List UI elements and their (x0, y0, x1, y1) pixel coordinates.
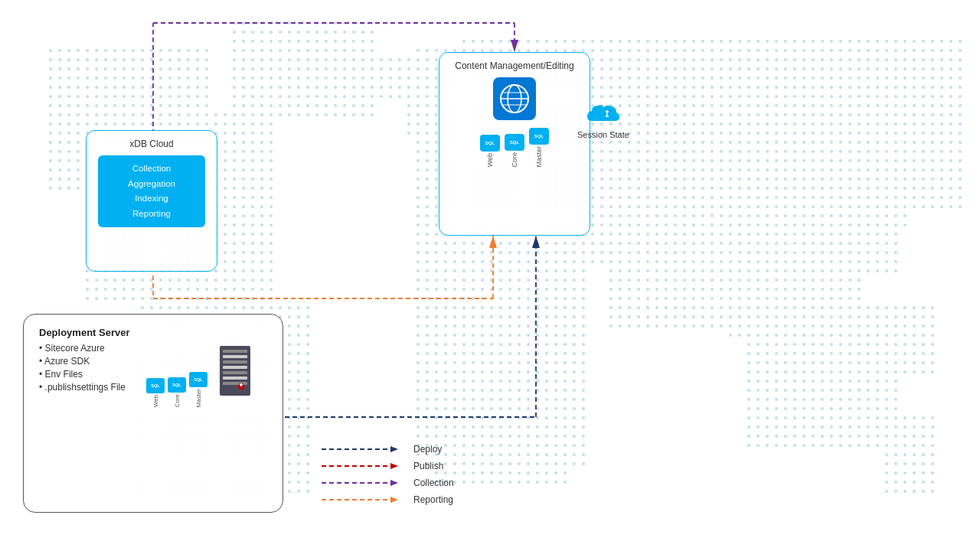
svg-marker-27 (390, 446, 398, 452)
server-tower-icon (212, 342, 258, 411)
legend-deploy-label: Deploy (413, 444, 442, 455)
globe-icon (493, 77, 536, 120)
legend-collection-label: Collection (413, 478, 454, 488)
svg-rect-16 (220, 346, 250, 396)
content-management-box: Content Management/Editing Web Core (439, 52, 590, 236)
legend-deploy-line (322, 444, 406, 455)
dep-db-web-label: Web (152, 395, 159, 407)
db-master-cylinder (529, 128, 549, 145)
svg-rect-21 (223, 371, 247, 374)
svg-rect-19 (223, 360, 247, 364)
svg-rect-22 (223, 377, 247, 380)
db-web: Web (480, 135, 500, 167)
legend-reporting: Reporting (322, 494, 454, 505)
legend-publish: Publish (322, 461, 454, 471)
service-indexing: Indexing (110, 191, 193, 207)
legend-publish-label: Publish (413, 461, 443, 471)
svg-rect-20 (223, 366, 247, 369)
db-master: Master (529, 128, 549, 168)
dep-db-web: SQL Web (146, 378, 165, 407)
deployment-server-title: Deployment Server (39, 327, 270, 338)
db-core-label: Core (511, 152, 519, 168)
xdb-services-box: Collection Aggregation Indexing Reportin… (98, 155, 205, 227)
xdb-cloud-title: xDB Cloud (129, 139, 173, 149)
svg-marker-33 (390, 497, 398, 503)
svg-rect-23 (223, 382, 247, 385)
xdb-cloud-box: xDB Cloud Collection Aggregation Indexin… (86, 130, 217, 272)
db-web-label: Web (486, 153, 495, 167)
database-icons-row: Web Core Master (480, 128, 549, 168)
dep-db-core-label: Core (174, 394, 181, 407)
db-core-cylinder (505, 134, 524, 151)
legend-deploy: Deploy (322, 444, 454, 455)
cloud-icon (584, 99, 622, 129)
dep-db-core-cyl: SQL (168, 377, 186, 393)
server-icon-group (212, 342, 258, 414)
legend-box: Deploy Publish Collection Reporting (322, 444, 454, 505)
deployment-server-box: Deployment Server Sitecore Azure Azure S… (23, 314, 283, 513)
dep-db-master-label: Master (195, 389, 202, 407)
dep-db-web-cyl: SQL (146, 378, 165, 393)
svg-marker-29 (390, 463, 398, 469)
service-collection: Collection (110, 161, 193, 177)
svg-rect-17 (223, 350, 247, 353)
legend-collection: Collection (322, 478, 454, 488)
service-aggregation: Aggregation (110, 177, 193, 192)
legend-collection-line (322, 478, 406, 488)
diagram-container: xDB Cloud Collection Aggregation Indexin… (0, 0, 980, 551)
dep-db-master-cyl: SQL (189, 372, 207, 387)
svg-marker-31 (390, 480, 398, 486)
db-core: Core (505, 134, 524, 168)
db-master-label: Master (535, 146, 544, 168)
legend-publish-line (322, 461, 406, 471)
db-web-cylinder (480, 135, 500, 152)
service-reporting: Reporting (110, 207, 193, 222)
session-state-group: Session State (577, 99, 629, 139)
session-state-label: Session State (577, 130, 629, 139)
legend-reporting-label: Reporting (413, 494, 453, 505)
content-management-title: Content Management/Editing (455, 60, 573, 71)
dep-db-master: SQL Master (189, 372, 207, 407)
dep-db-core: SQL Core (168, 377, 186, 407)
legend-reporting-line (322, 494, 406, 505)
svg-rect-18 (223, 355, 247, 358)
